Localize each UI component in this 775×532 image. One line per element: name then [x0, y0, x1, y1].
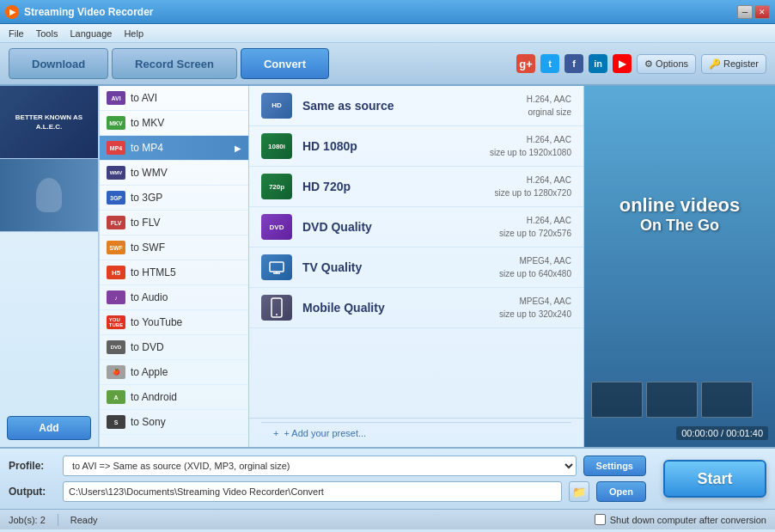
format-android[interactable]: A to Android: [100, 385, 248, 410]
social-twitter[interactable]: t: [540, 54, 559, 73]
add-button[interactable]: Add: [7, 416, 91, 440]
svg-rect-0: [270, 262, 284, 272]
settings-button[interactable]: Settings: [583, 456, 646, 476]
format-avi[interactable]: AVI to AVI: [100, 86, 248, 111]
profile-row: Profile: to AVI => Same as source (XVID,…: [9, 456, 646, 476]
format-sony[interactable]: S to Sony: [100, 410, 248, 435]
format-label-apple: to Apple: [131, 366, 168, 378]
subformat-label-tv: TV Quality: [302, 260, 489, 274]
preview-timestamp: 00:00:00 / 00:01:40: [676, 426, 768, 440]
format-flv[interactable]: FLV to FLV: [100, 211, 248, 235]
format-dvd[interactable]: DVD to DVD: [100, 335, 248, 360]
menu-help[interactable]: Help: [124, 28, 143, 39]
add-button-container: Add: [0, 409, 98, 447]
tab-record-screen[interactable]: Record Screen: [112, 48, 237, 79]
file-item-1[interactable]: BETTER KNOWN ASA.L.E.C.: [0, 86, 98, 159]
arrow-right-icon: ▶: [235, 144, 241, 153]
preview-text: online videos On The Go: [584, 194, 775, 235]
format-apple[interactable]: 🍎 to Apple: [100, 360, 248, 385]
format-wmv[interactable]: WMV to WMV: [100, 161, 248, 186]
format-label-youtube: to YouTube: [131, 316, 182, 328]
add-preset-button[interactable]: + + Add your preset...: [261, 422, 571, 443]
output-label: Output:: [9, 486, 56, 498]
status-jobs: Job(s): 2: [9, 515, 46, 525]
tab-convert[interactable]: Convert: [241, 48, 329, 79]
status-divider: [58, 514, 58, 526]
window-controls: ─ ✕: [737, 5, 770, 19]
main-row: BETTER KNOWN ASA.L.E.C. Add AVI to AVI M…: [0, 86, 775, 447]
format-mkv[interactable]: MKV to MKV: [100, 111, 248, 136]
subformat-label-hd720: HD 720p: [302, 180, 484, 193]
file-panel: BETTER KNOWN ASA.L.E.C. Add: [0, 86, 99, 447]
menu-file[interactable]: File: [9, 28, 24, 39]
options-button[interactable]: ⚙ Options: [637, 54, 696, 74]
format-icon-wmv: WMV: [107, 166, 125, 180]
preview-thumb-2: [646, 382, 698, 418]
social-youtube[interactable]: ▶: [613, 54, 632, 73]
app-icon: ▶: [5, 5, 19, 19]
format-html5[interactable]: H5 to HTML5: [100, 260, 248, 285]
open-button[interactable]: Open: [596, 481, 646, 502]
menu-language[interactable]: Language: [70, 28, 112, 39]
output-path-input[interactable]: [63, 481, 562, 502]
format-swf[interactable]: SWF to SWF: [100, 235, 248, 260]
subformat-hd1080p[interactable]: 1080i HD 1080p H.264, AAC size up to 192…: [249, 126, 583, 167]
profile-select[interactable]: to AVI => Same as source (XVID, MP3, org…: [63, 456, 577, 476]
menu-items: File Tools Language Help: [9, 28, 143, 39]
folder-button[interactable]: 📁: [569, 481, 589, 502]
close-button[interactable]: ✕: [754, 5, 770, 19]
social-google[interactable]: g+: [516, 54, 535, 73]
subformat-icon-hd1080: 1080i: [261, 133, 292, 159]
menu-bar: File Tools Language Help: [0, 24, 775, 43]
subformat-label-source: Same as source: [302, 99, 516, 113]
subformat-info-mobile: MPEG4, AAC size up to 320x240: [499, 295, 571, 321]
format-icon-sony: S: [107, 415, 125, 429]
subformat-mobile-quality[interactable]: Mobile Quality MPEG4, AAC size up to 320…: [249, 288, 583, 328]
format-mp4[interactable]: MP4 to MP4 ▶: [100, 136, 248, 161]
subformat-footer: + + Add your preset...: [249, 418, 583, 447]
subformat-dvd-quality[interactable]: DVD DVD Quality H.264, AAC size up to 72…: [249, 207, 583, 248]
subformat-panel: HD Same as source H.264, AAC orginal siz…: [249, 86, 584, 447]
title-bar-left: ▶ Streaming Video Recorder: [5, 5, 154, 19]
format-icon-youtube: YOUTUBE: [107, 315, 125, 329]
subformat-hd720p[interactable]: 720p HD 720p H.264, AAC size up to 1280x…: [249, 167, 583, 207]
format-label-sony: to Sony: [131, 416, 166, 428]
format-youtube[interactable]: YOUTUBE to YouTube: [100, 310, 248, 335]
subformat-same-as-source[interactable]: HD Same as source H.264, AAC orginal siz…: [249, 86, 583, 126]
subformat-tv-quality[interactable]: TV Quality MPEG4, AAC size up to 640x480: [249, 248, 583, 288]
register-button[interactable]: 🔑 Register: [701, 54, 766, 74]
toolbar-right: g+ t f in ▶ ⚙ Options 🔑 Register: [516, 54, 766, 74]
start-container: Start: [655, 449, 775, 509]
start-button[interactable]: Start: [663, 460, 766, 498]
file-item-2[interactable]: [0, 159, 98, 232]
subformat-info-source: H.264, AAC orginal size: [527, 93, 571, 119]
subformat-info-dvd: H.264, AAC size up to 720x576: [499, 214, 571, 240]
subformat-icon-source: HD: [261, 93, 292, 119]
format-icon-android: A: [107, 390, 125, 404]
shutdown-checkbox[interactable]: [595, 514, 606, 525]
file-thumb-1: BETTER KNOWN ASA.L.E.C.: [0, 86, 98, 158]
format-icon-audio: ♪: [107, 290, 125, 304]
tab-download[interactable]: Download: [9, 48, 108, 79]
subformat-icon-hd720: 720p: [261, 174, 292, 199]
format-label-avi: to AVI: [131, 92, 157, 104]
social-facebook[interactable]: f: [564, 54, 583, 73]
status-ready: Ready: [70, 515, 98, 525]
title-bar: ▶ Streaming Video Recorder ─ ✕: [0, 0, 775, 24]
bottom-controls: Profile: to AVI => Same as source (XVID,…: [0, 449, 775, 509]
social-linkedin[interactable]: in: [589, 54, 607, 73]
format-icon-html5: H5: [107, 266, 125, 279]
format-label-swf: to SWF: [131, 242, 165, 254]
menu-tools[interactable]: Tools: [36, 28, 58, 39]
svg-point-4: [276, 314, 278, 315]
format-label-mp4: to MP4: [131, 142, 163, 154]
minimize-button[interactable]: ─: [737, 5, 753, 19]
preview-thumbnails: [584, 378, 775, 421]
format-audio[interactable]: ♪ to Audio: [100, 285, 248, 310]
bottom-form: Profile: to AVI => Same as source (XVID,…: [0, 449, 655, 509]
add-preset-icon: +: [273, 428, 278, 438]
format-label-android: to Android: [131, 391, 177, 403]
output-row: Output: 📁 Open: [9, 481, 646, 502]
format-3gp[interactable]: 3GP to 3GP: [100, 186, 248, 211]
subformat-icon-tv: [261, 254, 292, 280]
